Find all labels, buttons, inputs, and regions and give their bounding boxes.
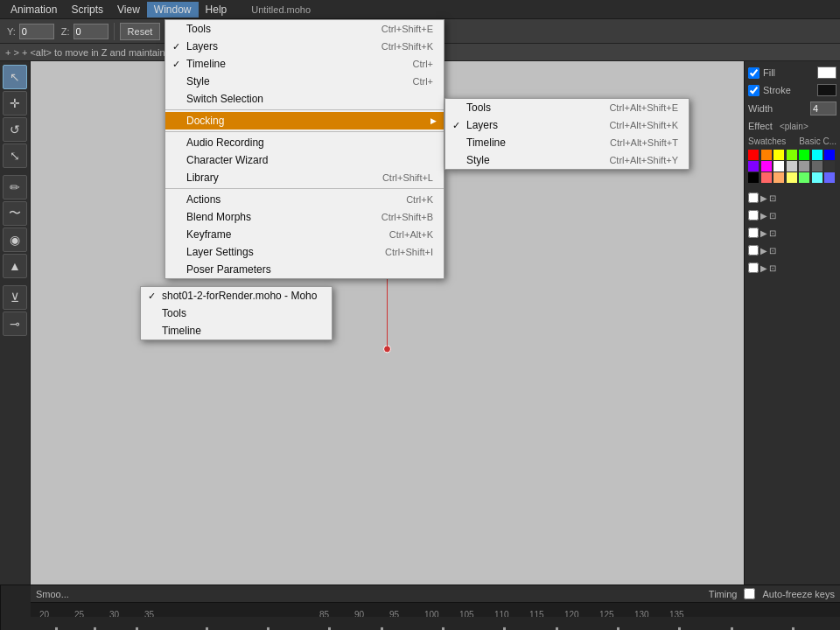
tool-bezier[interactable]: 〜 bbox=[3, 201, 27, 226]
layer-2-play[interactable]: ⊡ bbox=[769, 211, 776, 220]
swatch-yellow[interactable] bbox=[774, 150, 784, 160]
docking-style[interactable]: Style Ctrl+Alt+Shift+Y bbox=[445, 151, 689, 169]
menu-item-style-label: Style bbox=[186, 75, 210, 88]
width-row: Width bbox=[748, 102, 836, 116]
swatch-red[interactable] bbox=[748, 150, 759, 160]
swatch-lightcyan[interactable] bbox=[812, 172, 822, 183]
swatch-blue[interactable] bbox=[824, 150, 835, 160]
layer-1-expand[interactable]: ▶ bbox=[760, 193, 767, 203]
swatch-gray[interactable] bbox=[799, 161, 809, 172]
width-label: Width bbox=[748, 103, 773, 114]
menu-animation[interactable]: Animation bbox=[4, 2, 64, 18]
menu-item-actions[interactable]: Actions Ctrl+K bbox=[165, 191, 444, 208]
swatch-cyan[interactable] bbox=[812, 150, 822, 160]
menu-item-tools-shortcut: Ctrl+Shift+E bbox=[364, 24, 433, 34]
window2-full-title[interactable]: shot01-2-forRender.moho - Moho bbox=[141, 287, 332, 304]
effect-row: Effect <plain> bbox=[748, 121, 836, 131]
window2-tools[interactable]: Tools bbox=[141, 304, 332, 322]
menu-item-docking[interactable]: Docking bbox=[165, 112, 444, 130]
effect-label: Effect bbox=[748, 121, 773, 131]
fill-checkbox[interactable] bbox=[748, 67, 760, 79]
layer-4-play[interactable]: ⊡ bbox=[769, 246, 776, 256]
frame-35: 35 bbox=[144, 610, 154, 617]
docking-tools[interactable]: Tools Ctrl+Alt+Shift+E bbox=[445, 99, 689, 116]
menu-item-blend-morphs-label: Blend Morphs bbox=[186, 211, 251, 223]
menu-item-switch-selection[interactable]: Switch Selection bbox=[165, 90, 444, 108]
menu-item-library[interactable]: Library Ctrl+Shift+L bbox=[165, 169, 444, 186]
stroke-checkbox[interactable] bbox=[748, 85, 760, 96]
layer-3-expand[interactable]: ▶ bbox=[760, 228, 767, 238]
menu-help[interactable]: Help bbox=[199, 2, 234, 18]
swatch-lime[interactable] bbox=[787, 150, 797, 160]
layer-5-checkbox[interactable] bbox=[748, 262, 759, 273]
swatch-lightblue[interactable] bbox=[824, 172, 835, 183]
menu-item-audio-recording[interactable]: Audio Recording bbox=[165, 134, 444, 151]
window2-timeline[interactable]: Timeline bbox=[141, 322, 332, 340]
fill-color-swatch[interactable] bbox=[817, 66, 836, 79]
docking-layers[interactable]: Layers Ctrl+Alt+Shift+K bbox=[445, 116, 689, 134]
layer-2-expand[interactable]: ▶ bbox=[760, 211, 767, 220]
layer-thumb-row-4: ▶ ⊡ bbox=[748, 242, 836, 258]
menu-item-character-wizard[interactable]: Character Wizard bbox=[165, 151, 444, 169]
stroke-color-swatch[interactable] bbox=[817, 84, 836, 96]
menu-item-layer-settings-label: Layer Settings bbox=[186, 246, 254, 258]
tool-paint[interactable]: ◉ bbox=[3, 228, 27, 252]
swatch-orange[interactable] bbox=[761, 150, 772, 160]
swatch-black[interactable] bbox=[748, 172, 759, 183]
menu-item-layers[interactable]: Layers Ctrl+Shift+K bbox=[165, 38, 444, 55]
swatch-lightorange[interactable] bbox=[774, 172, 784, 183]
layer-4-expand[interactable]: ▶ bbox=[760, 246, 767, 256]
tool-transform[interactable]: ✛ bbox=[3, 91, 27, 116]
tool-bone[interactable]: ⊻ bbox=[3, 285, 27, 310]
menu-item-layers-label: Layers bbox=[186, 40, 218, 52]
swatch-lightred[interactable] bbox=[761, 172, 772, 183]
layer-5-play[interactable]: ⊡ bbox=[769, 263, 776, 273]
menu-item-style[interactable]: Style Ctrl+ bbox=[165, 73, 444, 90]
menu-item-timeline[interactable]: Timeline Ctrl+ bbox=[165, 55, 444, 73]
z-input[interactable] bbox=[74, 24, 108, 39]
layer-2-checkbox[interactable] bbox=[748, 210, 759, 220]
docking-timeline[interactable]: Timeline Ctrl+Alt+Shift+T bbox=[445, 134, 689, 151]
y-input[interactable] bbox=[19, 24, 54, 39]
width-input[interactable] bbox=[810, 102, 836, 116]
menu-item-layer-settings[interactable]: Layer Settings Ctrl+Shift+I bbox=[165, 243, 444, 261]
tool-rotate[interactable]: ↺ bbox=[3, 117, 27, 142]
docking-tools-label: Tools bbox=[466, 102, 491, 114]
menu-item-poser-parameters[interactable]: Poser Parameters bbox=[165, 261, 444, 278]
menu-window[interactable]: Window bbox=[147, 2, 199, 18]
swatch-verydarkgray[interactable] bbox=[824, 161, 835, 172]
reset-button-1[interactable]: Reset bbox=[120, 23, 161, 40]
menu-item-timeline-shortcut: Ctrl+ bbox=[395, 59, 433, 69]
layer-3-play[interactable]: ⊡ bbox=[769, 228, 776, 238]
menu-item-keyframe[interactable]: Keyframe Ctrl+Alt+K bbox=[165, 226, 444, 243]
layer-1-checkbox[interactable] bbox=[748, 192, 759, 203]
tool-select[interactable]: ↖ bbox=[3, 65, 27, 89]
tool-pen[interactable]: ✏ bbox=[3, 175, 27, 200]
layer-thumb-row-2: ▶ ⊡ bbox=[748, 207, 836, 223]
swatch-lightgreen[interactable] bbox=[799, 172, 809, 183]
menu-scripts[interactable]: Scripts bbox=[64, 2, 110, 18]
swatch-green[interactable] bbox=[799, 150, 809, 160]
swatch-purple[interactable] bbox=[748, 161, 759, 172]
menu-view[interactable]: View bbox=[110, 2, 147, 18]
swatch-lightyellow[interactable] bbox=[787, 172, 797, 183]
menu-item-tools[interactable]: Tools Ctrl+Shift+E bbox=[165, 20, 444, 38]
docking-style-shortcut: Ctrl+Alt+Shift+Y bbox=[592, 155, 678, 165]
layer-4-checkbox[interactable] bbox=[748, 245, 759, 256]
tool-warp[interactable]: ⊸ bbox=[3, 312, 27, 336]
swatch-white[interactable] bbox=[774, 161, 784, 172]
swatch-darkgray[interactable] bbox=[812, 161, 822, 172]
tool-scale[interactable]: ⤡ bbox=[3, 144, 27, 168]
menu-item-tools-label: Tools bbox=[186, 23, 211, 35]
auto-freeze-checkbox[interactable] bbox=[744, 588, 755, 599]
layer-3-checkbox[interactable] bbox=[748, 228, 759, 238]
layer-5-expand[interactable]: ▶ bbox=[760, 263, 767, 273]
separator-docking bbox=[165, 109, 444, 110]
menu-item-blend-morphs[interactable]: Blend Morphs Ctrl+Shift+B bbox=[165, 208, 444, 226]
menu-item-keyframe-label: Keyframe bbox=[186, 228, 231, 241]
swatch-lightgray[interactable] bbox=[787, 161, 797, 172]
swatch-magenta[interactable] bbox=[761, 161, 772, 172]
frame-90: 90 bbox=[354, 610, 364, 617]
layer-1-play[interactable]: ⊡ bbox=[769, 193, 776, 203]
tool-fill[interactable]: ▲ bbox=[3, 254, 27, 278]
